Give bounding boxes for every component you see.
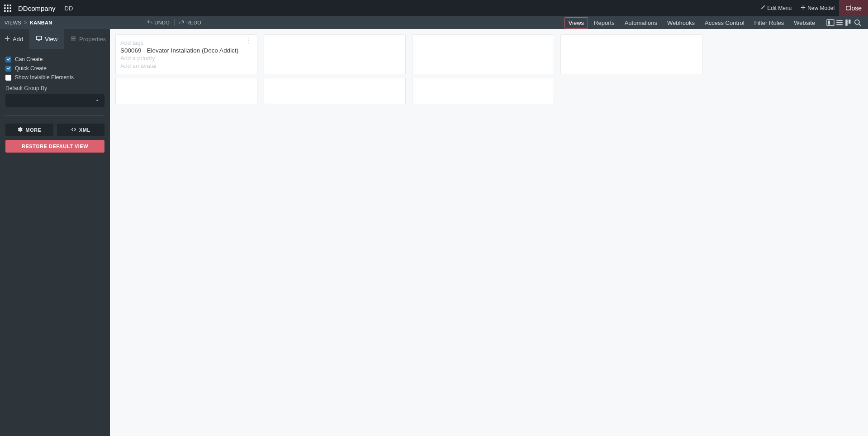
card-title: S00069 - Elevator Installation (Deco Add… (120, 47, 252, 54)
can-create-label: Can Create (15, 56, 43, 62)
code-icon (71, 127, 76, 133)
svg-rect-18 (71, 36, 76, 37)
kanban-card-empty[interactable] (264, 34, 406, 74)
sidebar-tabs: Add View Properties (0, 29, 110, 49)
kanban-card-empty[interactable] (264, 78, 406, 104)
tab-access-control[interactable]: Access Control (701, 17, 748, 29)
crumb-current: KANBAN (30, 20, 52, 25)
kanban-card-empty[interactable] (412, 34, 554, 74)
redo-label: REDO (186, 20, 201, 25)
can-create-checkbox[interactable] (5, 57, 11, 62)
tab-website[interactable]: Website (790, 17, 819, 29)
plus-icon (5, 36, 10, 43)
svg-rect-12 (836, 22, 843, 23)
search-view-icon[interactable] (854, 19, 862, 27)
sidebar-tab-add-label: Add (13, 36, 23, 43)
kanban-card-empty[interactable] (560, 34, 702, 74)
edit-menu-label: Edit Menu (767, 5, 792, 11)
form-view-icon[interactable] (826, 19, 835, 27)
more-label: MORE (25, 127, 41, 133)
can-create-row: Can Create (5, 56, 104, 62)
default-group-by-select[interactable] (5, 94, 104, 107)
view-switch (825, 19, 863, 27)
tabnav: Views Reports Automations Webhooks Acces… (564, 16, 820, 29)
breadcrumb-sep: > (24, 19, 27, 26)
show-invisible-row: Show Invisible Elements (5, 74, 104, 81)
kanban-column: ⋮ Add tags S00069 - Elevator Installatio… (115, 34, 257, 104)
redo-button[interactable]: REDO (175, 19, 206, 26)
xml-label: XML (79, 127, 90, 133)
add-priority-placeholder[interactable]: Add a priority (120, 55, 252, 62)
sidebar-divider (5, 115, 104, 115)
sidebar-tab-add[interactable]: Add (0, 29, 29, 49)
card-menu-icon[interactable]: ⋮ (245, 38, 252, 43)
caret-down-icon (95, 97, 100, 104)
crumb-root[interactable]: VIEWS (5, 20, 21, 25)
topbar-right: Edit Menu New Model Close (756, 0, 868, 16)
svg-point-16 (855, 20, 859, 24)
apps-icon[interactable] (4, 4, 12, 12)
svg-rect-10 (828, 21, 830, 25)
svg-rect-13 (836, 24, 843, 25)
undo-button[interactable]: UNDO (142, 19, 174, 26)
sidebar-tab-view-label: View (45, 36, 57, 43)
subbar: VIEWS > KANBAN UNDO REDO Views Reports A… (0, 16, 868, 29)
svg-rect-1 (7, 5, 8, 6)
undo-redo: UNDO REDO (142, 19, 206, 26)
list-view-icon[interactable] (835, 19, 844, 27)
svg-rect-0 (4, 5, 5, 6)
kanban-card-empty[interactable] (115, 78, 257, 104)
breadcrumb: VIEWS > KANBAN (5, 19, 52, 26)
svg-rect-6 (4, 10, 5, 12)
tab-reports[interactable]: Reports (590, 17, 619, 29)
more-button[interactable]: MORE (5, 124, 53, 136)
svg-rect-14 (845, 19, 848, 26)
svg-rect-2 (10, 5, 11, 6)
close-button[interactable]: Close (839, 0, 868, 16)
sidebar-tab-properties: Properties (64, 29, 112, 49)
kanban-card[interactable]: ⋮ Add tags S00069 - Elevator Installatio… (115, 34, 257, 74)
show-invisible-label: Show Invisible Elements (15, 74, 74, 81)
pencil-icon (760, 5, 765, 11)
undo-icon (147, 19, 152, 26)
topbar-left: DDcompany DD (0, 4, 73, 12)
kanban-view-icon[interactable] (844, 19, 853, 27)
svg-rect-15 (849, 19, 851, 24)
svg-rect-3 (4, 7, 5, 9)
show-invisible-checkbox[interactable] (5, 75, 11, 81)
undo-label: UNDO (154, 20, 170, 25)
edit-menu-button[interactable]: Edit Menu (756, 0, 796, 16)
sidebar: Add View Properties Can Create Quick Cre… (0, 29, 110, 436)
svg-rect-8 (10, 10, 11, 12)
body: Add View Properties Can Create Quick Cre… (0, 29, 868, 436)
db-name: DD (65, 5, 73, 12)
sidebar-btn-row: MORE XML (5, 124, 104, 136)
kanban-column (412, 34, 554, 104)
svg-rect-4 (7, 7, 8, 9)
gear-icon (17, 127, 23, 133)
svg-rect-20 (71, 39, 76, 40)
svg-rect-7 (7, 10, 8, 12)
tab-filter-rules[interactable]: Filter Rules (750, 17, 788, 29)
sidebar-tab-view[interactable]: View (29, 29, 64, 49)
tab-automations[interactable]: Automations (621, 17, 661, 29)
sliders-icon (70, 35, 76, 43)
xml-button[interactable]: XML (57, 124, 105, 136)
kanban-columns: ⋮ Add tags S00069 - Elevator Installatio… (115, 34, 863, 104)
tab-views[interactable]: Views (564, 17, 588, 29)
quick-create-checkbox[interactable] (5, 66, 11, 72)
tab-webhooks[interactable]: Webhooks (663, 17, 699, 29)
new-model-label: New Model (807, 5, 835, 11)
kanban-card-empty[interactable] (412, 78, 554, 104)
add-tags-placeholder[interactable]: Add tags (120, 39, 252, 46)
svg-rect-17 (36, 36, 41, 39)
quick-create-label: Quick Create (15, 65, 47, 72)
svg-rect-19 (71, 38, 76, 39)
add-avatar-placeholder[interactable]: Add an avatar (120, 62, 252, 69)
topbar: DDcompany DD Edit Menu New Model Close (0, 0, 868, 16)
monitor-icon (36, 35, 42, 43)
restore-default-view-button[interactable]: RESTORE DEFAULT VIEW (5, 140, 104, 153)
company-name[interactable]: DDcompany (18, 5, 56, 12)
new-model-button[interactable]: New Model (796, 0, 839, 16)
svg-rect-11 (836, 20, 843, 21)
